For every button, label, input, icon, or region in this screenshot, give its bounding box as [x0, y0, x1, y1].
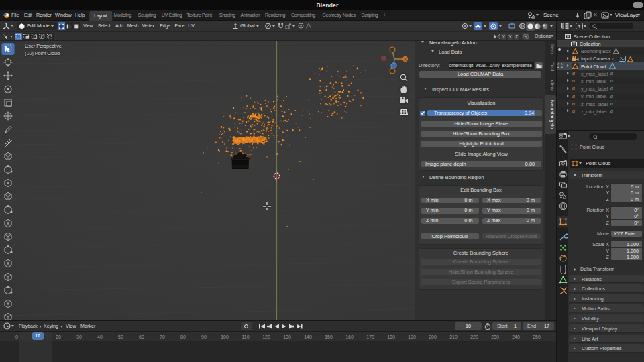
svg-text:X: X [404, 57, 407, 62]
